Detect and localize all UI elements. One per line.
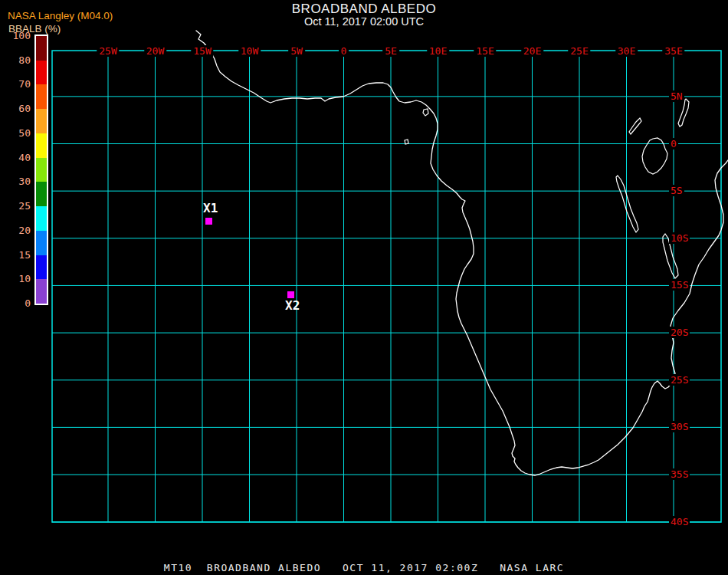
longitude-axis-label: 30E bbox=[615, 45, 638, 57]
longitude-axis-label: 10W bbox=[238, 45, 261, 57]
latitude-axis-label: 30S bbox=[669, 421, 690, 432]
marker-label-x2: X2 bbox=[285, 299, 300, 313]
latitude-axis-label: 15S bbox=[669, 279, 690, 291]
latitude-axis-label: 40S bbox=[669, 516, 690, 527]
lake-tanganyika-outline bbox=[616, 176, 638, 232]
longitude-axis-label: 25E bbox=[568, 45, 590, 57]
lake-albert-outline bbox=[629, 118, 641, 134]
longitude-axis-label: 5W bbox=[288, 45, 305, 57]
longitude-axis-label: 10E bbox=[427, 45, 449, 57]
latitude-axis-label: 10S bbox=[669, 232, 690, 244]
marker-square-x2 bbox=[287, 291, 294, 298]
africa-coastline bbox=[196, 31, 728, 475]
longitude-axis-label: 25W bbox=[97, 45, 119, 57]
latitude-axis-label: 0 bbox=[669, 138, 678, 150]
longitude-axis-label: 20W bbox=[144, 45, 166, 57]
latitude-axis-label: 20S bbox=[669, 327, 690, 338]
albedo-plot: NASA Langley (M04.0) BBALB (%) BROADBAND… bbox=[0, 0, 728, 575]
map-border bbox=[52, 51, 721, 522]
map-canvas bbox=[0, 0, 728, 575]
longitude-axis-label: 35E bbox=[662, 45, 684, 57]
marker-square-x1 bbox=[205, 218, 212, 225]
longitude-axis-label: 5E bbox=[382, 45, 399, 57]
latitude-axis-label: 25S bbox=[669, 374, 690, 386]
sao-tome-island-outline bbox=[405, 140, 408, 144]
longitude-axis-label: 15W bbox=[191, 45, 213, 57]
longitude-axis-label: 15E bbox=[474, 45, 496, 57]
lake-turkana-outline bbox=[678, 99, 689, 127]
longitude-axis-label: 20E bbox=[521, 45, 543, 57]
latitude-axis-label: 35S bbox=[669, 468, 690, 480]
footer-caption: MT10 BROADBAND ALBEDO OCT 11, 2017 02:00… bbox=[0, 562, 728, 573]
bioko-island-outline bbox=[423, 109, 428, 116]
longitude-axis-label: 0 bbox=[339, 45, 349, 57]
latitude-axis-label: 5N bbox=[669, 90, 684, 102]
latitude-axis-label: 5S bbox=[669, 185, 684, 196]
marker-label-x1: X1 bbox=[203, 202, 218, 215]
lake-outlines bbox=[405, 99, 689, 278]
